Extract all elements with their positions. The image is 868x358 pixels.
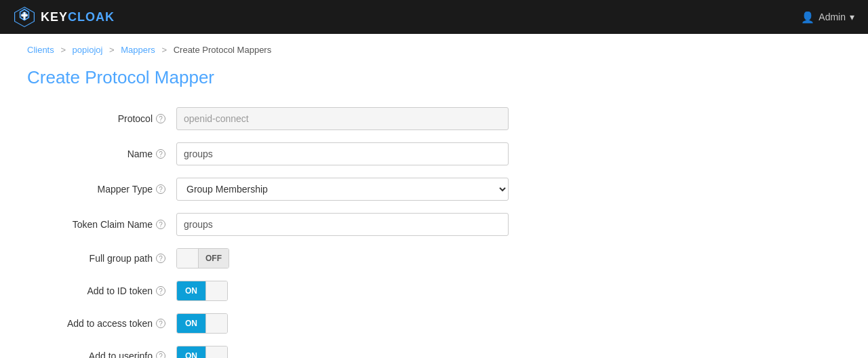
breadcrumb: Clients > popiojoj > Mappers > Create Pr… <box>0 34 868 60</box>
token-claim-name-row: Token Claim Name ? <box>27 213 841 236</box>
name-help-icon[interactable]: ? <box>156 149 165 159</box>
breadcrumb-sep-2: > <box>109 45 115 55</box>
breadcrumb-sep-1: > <box>60 45 66 55</box>
token-claim-name-help-icon[interactable]: ? <box>156 220 165 229</box>
toggle-blank-userinfo <box>205 346 227 358</box>
add-access-token-row: Add to access token ? ON <box>27 313 841 334</box>
admin-label: Admin <box>818 12 846 22</box>
add-id-token-control: ON <box>176 281 509 301</box>
mapper-type-help-icon[interactable]: ? <box>156 184 165 194</box>
breadcrumb-sep-3: > <box>161 45 167 55</box>
add-access-token-control: ON <box>176 313 509 334</box>
add-id-token-row: Add to ID token ? ON <box>27 281 841 301</box>
name-row: Name ? <box>27 142 841 165</box>
breadcrumb-clients[interactable]: Clients <box>27 45 54 55</box>
add-access-token-label: Add to access token ? <box>27 318 176 329</box>
add-userinfo-toggle[interactable]: ON <box>176 346 509 358</box>
full-group-path-toggle[interactable]: OFF <box>176 248 509 268</box>
add-userinfo-control: ON <box>176 346 509 358</box>
name-control <box>176 142 509 165</box>
name-input[interactable] <box>176 142 509 165</box>
mapper-type-label: Mapper Type ? <box>27 184 176 195</box>
page-title: Create Protocol Mapper <box>27 67 841 88</box>
add-access-token-toggle[interactable]: ON <box>176 313 509 334</box>
breadcrumb-client[interactable]: popiojoj <box>73 45 103 55</box>
svg-rect-4 <box>21 14 28 16</box>
name-label: Name ? <box>27 148 176 159</box>
mapper-type-control: Group Membership Audience Hardcoded clai… <box>176 178 509 201</box>
breadcrumb-current: Create Protocol Mappers <box>174 45 272 55</box>
chevron-down-icon: ▾ <box>850 12 854 22</box>
token-claim-name-input[interactable] <box>176 213 509 236</box>
add-id-token-toggle[interactable]: ON <box>176 281 509 301</box>
protocol-row: Protocol ? <box>27 107 841 130</box>
full-group-path-help-icon[interactable]: ? <box>156 254 165 263</box>
add-userinfo-help-icon[interactable]: ? <box>156 351 165 358</box>
logo-text: KEYCLOAK <box>41 10 115 24</box>
full-group-path-control: OFF <box>176 248 509 268</box>
admin-menu[interactable]: 👤 Admin ▾ <box>801 11 854 24</box>
user-icon: 👤 <box>801 11 814 24</box>
main-content: Create Protocol Mapper Protocol ? Name ?… <box>0 60 868 358</box>
add-userinfo-label: Add to userinfo ? <box>27 351 176 358</box>
toggle-on-access-label: ON <box>177 314 205 333</box>
full-group-path-row: Full group path ? OFF <box>27 248 841 268</box>
token-claim-name-label: Token Claim Name ? <box>27 219 176 230</box>
add-access-token-help-icon[interactable]: ? <box>156 319 165 328</box>
toggle-on-label: ON <box>177 281 205 300</box>
protocol-label: Protocol ? <box>27 113 176 124</box>
token-claim-name-control <box>176 213 509 236</box>
protocol-help-icon[interactable]: ? <box>156 114 165 123</box>
add-userinfo-row: Add to userinfo ? ON <box>27 346 841 358</box>
mapper-type-row: Mapper Type ? Group Membership Audience … <box>27 178 841 201</box>
header: KEYCLOAK 👤 Admin ▾ <box>0 0 868 34</box>
add-id-token-help-icon[interactable]: ? <box>156 286 165 296</box>
full-group-path-label: Full group path ? <box>27 253 176 264</box>
breadcrumb-mappers[interactable]: Mappers <box>121 45 155 55</box>
mapper-type-select[interactable]: Group Membership Audience Hardcoded clai… <box>176 178 509 201</box>
protocol-input <box>176 107 509 130</box>
protocol-control <box>176 107 509 130</box>
toggle-blank <box>205 281 227 300</box>
toggle-on-userinfo-label: ON <box>177 346 205 358</box>
keycloak-logo-icon <box>14 6 35 28</box>
add-id-token-label: Add to ID token ? <box>27 285 176 296</box>
toggle-off-label: OFF <box>199 249 229 268</box>
toggle-blank-left <box>177 249 199 268</box>
toggle-blank-access <box>205 314 227 333</box>
logo-area: KEYCLOAK <box>14 6 115 28</box>
